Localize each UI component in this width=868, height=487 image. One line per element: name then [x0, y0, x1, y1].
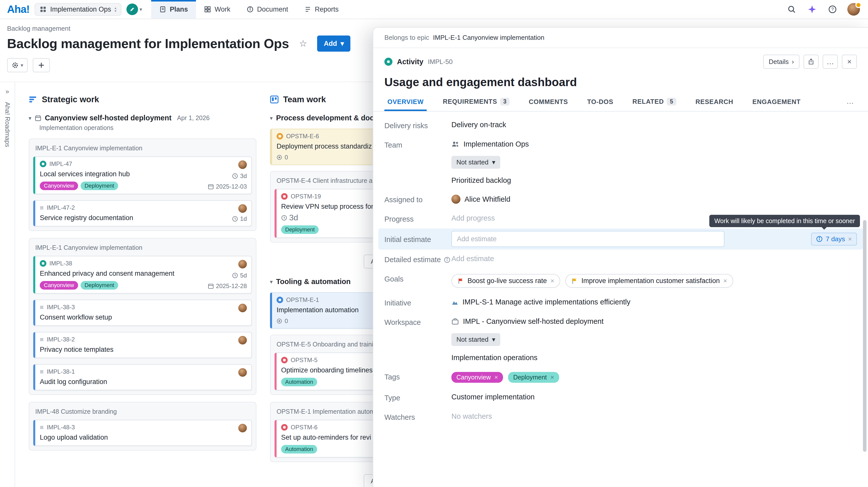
team-value[interactable]: Implementation Ops — [463, 140, 529, 148]
requirements-count-badge: 3 — [500, 98, 510, 105]
tab-document[interactable]: Document — [239, 0, 296, 19]
chevron-down-icon: ▾ — [492, 158, 495, 166]
field-label: Progress — [384, 214, 452, 223]
status-dot — [856, 2, 862, 8]
workspace-selector[interactable]: Implementation Ops ▴▾ — [34, 3, 121, 16]
card-id: OPSTM-E-1 — [286, 296, 319, 303]
card-impl-38-2[interactable]: ≡IMPL-38-2 Privacy notice templates — [33, 332, 252, 358]
close-icon: × — [847, 57, 851, 66]
card-impl-48-3[interactable]: ≡IMPL-48-3 Logo upload validation — [33, 420, 252, 446]
expand-sidebar-icon[interactable]: » — [2, 87, 12, 96]
watchers-placeholder[interactable]: No watchers — [452, 412, 492, 421]
assignee-name[interactable]: Alice Whitfield — [464, 195, 510, 203]
card-impl-47-2[interactable]: ≡IMPL-47-2 Service registry documentatio… — [33, 200, 252, 226]
remove-goal-icon[interactable]: × — [723, 277, 727, 285]
goal-pill-2[interactable]: Improve implementation customer satisfac… — [565, 274, 733, 288]
tab-todos[interactable]: TO-DOS — [584, 98, 616, 111]
tag-pill-deployment[interactable]: Deployment× — [508, 372, 559, 383]
delivery-risks-value[interactable]: Delivery on-track — [452, 121, 506, 129]
epic-group: IMPL-48 Customize branding ≡IMPL-48-3 Lo… — [29, 402, 256, 451]
tabs-more-icon[interactable]: … — [843, 96, 857, 111]
tab-comments[interactable]: COMMENTS — [526, 98, 571, 111]
chevron-down-icon[interactable]: ▾ — [270, 279, 273, 285]
card-impl-38-3[interactable]: ≡IMPL-38-3 Consent workflow setup — [33, 300, 252, 326]
more-button[interactable]: … — [823, 55, 838, 69]
team-backlog-value[interactable]: Prioritized backlog — [452, 176, 511, 185]
field-initial-estimate: Work will likely be completed in this ti… — [378, 228, 863, 250]
help-icon[interactable]: ? — [827, 4, 838, 14]
card-impl-38-1[interactable]: ≡IMPL-38-1 Audit log configuration — [33, 364, 252, 390]
info-icon — [444, 257, 451, 263]
card-id: IMPL-38 — [50, 260, 72, 267]
requirement-list-icon: ≡ — [40, 205, 43, 211]
due-date: 2025-12-03 — [216, 183, 247, 190]
belongs-to-epic-bar: Belongs to epic IMPL-E-1 Canyonview impl… — [373, 28, 868, 48]
search-icon[interactable] — [786, 4, 797, 14]
tab-requirements[interactable]: REQUIREMENTS3 — [440, 97, 513, 111]
activity-icon — [384, 58, 393, 66]
remove-goal-icon[interactable]: × — [550, 277, 554, 285]
team-status-badge[interactable]: Not started ▾ — [452, 156, 500, 169]
details-button[interactable]: Details › — [763, 55, 800, 69]
strategic-work-icon — [29, 95, 37, 104]
collapsed-sidebar: » Aha! Roadmaps — [0, 82, 15, 487]
clock-icon — [232, 216, 238, 222]
avatar — [238, 424, 247, 432]
tab-work[interactable]: Work — [196, 0, 239, 19]
sparkle-ai-icon[interactable] — [807, 4, 817, 15]
clock-icon — [232, 173, 238, 179]
initial-estimate-input[interactable] — [452, 231, 724, 247]
release-row[interactable]: ▾ Canyonview self-hosted deployment Apr … — [29, 114, 256, 122]
remove-tag-icon[interactable]: × — [494, 374, 498, 381]
record-title: Usage and engagement dashboard — [373, 69, 868, 91]
workspace-value[interactable]: IMPL - Canyonview self-hosted deployment — [463, 317, 603, 326]
share-button[interactable] — [804, 55, 818, 69]
record-type: Activity — [397, 58, 424, 66]
favorite-star-icon[interactable]: ☆ — [296, 38, 310, 50]
workspace-sub-value[interactable]: Implementation operations — [452, 354, 537, 362]
drawer-scrollbar[interactable] — [863, 220, 867, 452]
epic-group-header[interactable]: IMPL-E-1 Canyonview implementation — [33, 242, 252, 256]
user-avatar[interactable] — [847, 3, 860, 15]
type-value[interactable]: Customer implementation — [452, 393, 534, 401]
tag-pill-canyonview[interactable]: Canyonview× — [452, 372, 503, 383]
card-impl-47[interactable]: IMPL-47 Local services integration hub C… — [33, 156, 252, 194]
settings-button[interactable]: ▾ — [7, 58, 28, 72]
estimate: 3d — [240, 172, 247, 180]
gear-icon — [11, 62, 19, 69]
tab-research[interactable]: RESEARCH — [692, 98, 736, 111]
card-impl-38[interactable]: IMPL-38 Enhanced privacy and consent man… — [33, 256, 252, 294]
remove-estimate-icon[interactable]: × — [848, 235, 852, 243]
remove-tag-icon[interactable]: × — [550, 374, 554, 381]
notebook-selector[interactable]: ▾ — [126, 3, 142, 15]
epic-group-header[interactable]: IMPL-E-1 Canyonview implementation — [33, 143, 252, 156]
initiative-value[interactable]: IMPL-S-1 Manage active implementations e… — [462, 298, 630, 306]
tab-related[interactable]: RELATED5 — [629, 97, 679, 111]
card-title: Local services integration hub — [40, 169, 204, 178]
feature-icon — [281, 357, 288, 363]
close-button[interactable]: × — [842, 55, 857, 69]
detailed-estimate-placeholder[interactable]: Add estimate — [452, 255, 494, 263]
team-work-icon — [270, 95, 279, 104]
card-title: Audit log configuration — [40, 377, 234, 386]
estimate: 3d — [289, 213, 298, 222]
tab-overview[interactable]: OVERVIEW — [384, 98, 427, 111]
epic-group-header[interactable]: IMPL-48 Customize branding — [33, 407, 252, 420]
add-button[interactable]: Add ▾ — [317, 35, 350, 52]
goal-count: 0 — [285, 154, 288, 161]
estimate-suggestion-badge[interactable]: 7 days × — [811, 233, 857, 246]
epic-link[interactable]: IMPL-E-1 Canyonview implementation — [433, 34, 544, 41]
tab-engagement[interactable]: ENGAGEMENT — [749, 98, 804, 111]
more-icon: … — [827, 57, 834, 66]
progress-placeholder[interactable]: Add progress — [452, 214, 495, 222]
add-panel-button[interactable] — [33, 58, 50, 72]
goal-pill-1[interactable]: Boost go-live success rate × — [452, 274, 560, 288]
field-label: Delivery risks — [384, 121, 452, 130]
chevron-down-icon[interactable]: ▾ — [270, 115, 273, 121]
tab-reports[interactable]: Reports — [296, 0, 347, 19]
field-assigned-to: Assigned to Alice Whitfield — [384, 190, 857, 209]
chevron-down-icon[interactable]: ▾ — [29, 115, 31, 121]
tab-plans[interactable]: Plans — [151, 0, 196, 19]
card-id: IMPL-38-3 — [46, 304, 75, 311]
workspace-status-badge[interactable]: Not started ▾ — [452, 333, 500, 346]
